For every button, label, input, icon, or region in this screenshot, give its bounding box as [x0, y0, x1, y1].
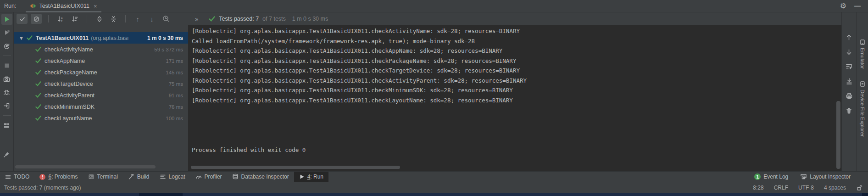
todo-icon [5, 174, 11, 180]
test-duration: 91 ms [169, 93, 188, 98]
console-line: Called loadFromPath(/system/framework/fr… [192, 36, 841, 46]
test-name: checkTargetDevice [45, 81, 93, 87]
active-tab-indicator [26, 11, 101, 12]
console-horizontal-scrollbar[interactable] [191, 166, 400, 169]
tool-button-build[interactable]: Build [123, 172, 155, 182]
show-passed-toggle[interactable] [17, 14, 28, 24]
console-line: [Robolectric] org.aplas.basicappx.TestA1… [192, 95, 841, 106]
test-duration: 59 s 372 ms [154, 47, 188, 52]
tool-button-database-inspector[interactable]: Database Inspector [227, 172, 294, 182]
test-suite-row[interactable]: ▼ TestA1BasicUIX011 (org.aplas.basi 1 m … [14, 32, 188, 44]
jump-to-console-icon[interactable] [1, 100, 12, 111]
down-stacktrace-icon[interactable] [844, 46, 855, 57]
previous-failed-test-icon[interactable]: ↑ [132, 14, 143, 24]
test-passed-icon [35, 115, 41, 121]
tree-horizontal-scrollbar[interactable] [15, 165, 156, 168]
tool-button-label: 4: Run [307, 174, 323, 180]
toolbar-separator [3, 115, 11, 116]
sort-by-duration-icon[interactable] [69, 14, 80, 24]
stop-button[interactable] [1, 60, 12, 71]
bottom-strip [0, 193, 868, 196]
tab-title: TestA1BasicUIX011 [39, 3, 89, 9]
run-config-tab[interactable]: TestA1BasicUIX011 × [26, 0, 101, 12]
console-vertical-scrollbar[interactable] [836, 101, 840, 169]
tool-button-logcat[interactable]: Logcat [155, 172, 190, 182]
tests-summary: Tests passed: 7 of 7 tests – 1 m 0 s 30 … [209, 16, 328, 22]
console-blank-line [192, 135, 841, 145]
tool-button-event-log[interactable]: 1 Event Log [754, 174, 788, 180]
console-line: [Robolectric] org.aplas.basicappx.TestA1… [192, 56, 841, 66]
restore-layout-icon[interactable] [1, 120, 12, 131]
tool-button-label: TODO [14, 174, 29, 180]
test-duration: 145 ms [166, 70, 188, 75]
console-output: [Robolectric] org.aplas.basicappx.TestA1… [188, 25, 841, 171]
suite-duration: 1 m 0 s 30 ms [147, 35, 188, 41]
test-passed-icon [35, 81, 41, 87]
test-row[interactable]: checkActivityName 59 s 372 ms [14, 44, 188, 55]
line-separator[interactable]: CRLF [774, 185, 788, 191]
attach-debugger-icon[interactable] [1, 87, 12, 98]
test-duration: 100 ms [166, 116, 188, 121]
soft-wrap-icon[interactable] [844, 61, 855, 72]
console-process-line: Process finished with exit code 0 [192, 145, 841, 155]
hide-window-icon[interactable]: — [854, 3, 861, 9]
test-row[interactable]: checkActivityParent 91 ms [14, 90, 188, 101]
tool-button-terminal[interactable]: Terminal [83, 172, 123, 182]
test-row[interactable]: checkLayoutName 100 ms [14, 112, 188, 124]
run-label: Run: [4, 3, 16, 9]
summary-passed-text: Tests passed: 7 [219, 16, 259, 22]
collapse-all-icon[interactable] [108, 14, 119, 24]
chevron-down-icon[interactable]: ▼ [19, 35, 24, 41]
expand-all-icon[interactable] [94, 14, 105, 24]
up-stacktrace-icon[interactable] [844, 32, 855, 43]
lock-icon[interactable] [856, 185, 862, 191]
more-actions-chevrons[interactable]: » [195, 16, 199, 22]
tool-button-emulator[interactable]: Emulator [859, 39, 866, 69]
gear-icon[interactable]: ⚙ [840, 2, 846, 10]
test-tree-panel: ▼ TestA1BasicUIX011 (org.aplas.basi 1 m … [14, 25, 188, 171]
test-row[interactable]: checkMinimumSDK 76 ms [14, 101, 188, 112]
tool-button-layout-inspector[interactable]: Layout Inspector [800, 174, 851, 180]
test-row[interactable]: checkAppName 171 ms [14, 55, 188, 67]
toolbar-separator [48, 15, 49, 22]
rerun-failed-tests-button[interactable] [1, 27, 12, 38]
test-history-icon[interactable] [161, 14, 172, 24]
run-left-toolbar [0, 12, 14, 171]
tool-button-label: Emulator [860, 48, 865, 69]
tool-button-label: Event Log [763, 174, 788, 180]
show-ignored-toggle[interactable] [31, 14, 42, 24]
build-wrench-icon [128, 174, 134, 180]
tool-button-todo[interactable]: TODO [0, 172, 34, 182]
indent-setting[interactable]: 4 spaces [824, 185, 846, 191]
console-line: [Robolectric] org.aplas.basicappx.TestA1… [192, 26, 841, 36]
next-failed-test-icon[interactable]: ↓ [146, 14, 157, 24]
toggle-auto-test-button[interactable] [1, 40, 12, 51]
bottom-strip-corner [862, 193, 868, 196]
tool-button-label: Build [137, 174, 150, 180]
error-icon: ! [39, 174, 45, 180]
console-blank-line [192, 105, 841, 115]
tool-button-profiler[interactable]: Profiler [190, 172, 227, 182]
tool-button-label: Device File Explorer [860, 90, 865, 137]
tool-button-problems[interactable]: ! 6: Problems [34, 172, 83, 182]
print-icon[interactable] [844, 90, 855, 101]
console-blank-line [192, 115, 841, 125]
test-row[interactable]: checkTargetDevice 75 ms [14, 78, 188, 90]
dump-threads-icon[interactable] [1, 73, 12, 84]
clear-console-icon[interactable] [844, 105, 855, 116]
test-tree-toolbar: a z [14, 12, 841, 25]
rerun-button[interactable] [1, 14, 12, 25]
tool-button-run[interactable]: 4: Run [294, 172, 328, 182]
tool-button-device-file-explorer[interactable]: Device File Explorer [859, 81, 866, 137]
file-encoding[interactable]: UTF-8 [798, 185, 814, 191]
tab-close-icon[interactable]: × [94, 3, 97, 10]
logcat-icon [160, 174, 166, 180]
scroll-to-end-icon[interactable] [844, 76, 855, 87]
tool-button-label: Profiler [205, 174, 222, 180]
sort-alphabetically-icon[interactable]: a z [55, 14, 66, 24]
pin-tab-icon[interactable] [1, 149, 12, 160]
test-row[interactable]: checkPackageName 145 ms [14, 67, 188, 78]
caret-position[interactable]: 8:28 [753, 185, 763, 191]
test-duration: 76 ms [169, 104, 188, 110]
layout-inspector-icon [800, 174, 807, 180]
